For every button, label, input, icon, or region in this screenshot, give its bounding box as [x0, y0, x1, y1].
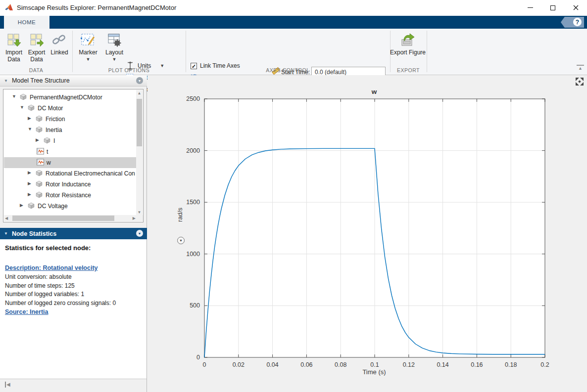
maximize-button[interactable]: [541, 0, 564, 15]
close-button[interactable]: [564, 0, 587, 15]
section-label-data: DATA: [0, 67, 72, 73]
scroll-right-icon[interactable]: ▶: [133, 216, 136, 220]
expander-collapsed-icon[interactable]: ▶: [28, 181, 31, 186]
main-area: ▼ Model Tree Structure ▼ ▼PermanentMagne…: [0, 75, 587, 392]
tree-item-inertia[interactable]: ▼Inertia: [4, 125, 136, 135]
expander-collapsed-icon[interactable]: ▶: [20, 203, 23, 208]
description-link[interactable]: Description: Rotational velocity: [5, 264, 142, 271]
ribbon-tabstrip: HOME ?: [0, 16, 587, 29]
scroll-down-icon[interactable]: ▼: [136, 210, 143, 215]
collapse-ribbon-button[interactable]: ▲: [577, 65, 584, 71]
tree-item-rotational-electromechanical-con[interactable]: ▶Rotational Electromechanical Con: [4, 168, 136, 179]
collapse-triangle-icon[interactable]: ▼: [4, 79, 8, 83]
tree-item-label: DC Motor: [38, 105, 63, 112]
tree-item-rotor-resistance[interactable]: ▶Rotor Resistance: [4, 190, 136, 201]
expand-figure-icon[interactable]: [575, 77, 584, 86]
close-icon: [573, 5, 579, 10]
expander-collapsed-icon[interactable]: ▶: [36, 137, 39, 142]
linked-button[interactable]: Linked: [49, 33, 70, 56]
tree-item-label: Friction: [46, 116, 65, 123]
layout-button[interactable]: Layout ▼: [102, 33, 127, 61]
scroll-left-icon[interactable]: ◀: [5, 216, 8, 220]
x-tick-label: 0.1: [370, 361, 379, 368]
tree-vscroll-thumb[interactable]: [137, 99, 142, 146]
block-icon: [36, 126, 43, 133]
marker-icon: [81, 33, 96, 47]
sidebar: ▼ Model Tree Structure ▼ ▼PermanentMagne…: [0, 75, 147, 392]
expander-expanded-icon[interactable]: ▼: [12, 94, 16, 99]
section-label-plot-options: PLOT OPTIONS: [72, 67, 186, 73]
expander-expanded-icon[interactable]: ▼: [28, 127, 32, 131]
tab-home[interactable]: HOME: [4, 16, 49, 29]
collapse-triangle-icon[interactable]: ▼: [4, 231, 8, 236]
tree-item-label: t: [47, 148, 48, 155]
import-data-icon: [6, 33, 21, 47]
x-tick-label: 0.02: [233, 361, 245, 368]
tree-item-permanentmagnetdcmotor[interactable]: ▼PermanentMagnetDCMotor: [4, 92, 136, 103]
tree-item-label: w: [47, 159, 51, 166]
node-statistics-panel-header[interactable]: ▼ Node Statistics ▼: [0, 228, 147, 239]
stats-line: Number of time steps: 125: [5, 282, 142, 290]
tree-item-dc-motor[interactable]: ▼DC Motor: [4, 103, 136, 114]
expander-collapsed-icon[interactable]: ▶: [28, 170, 31, 175]
collapse-sidebar-icon[interactable]: ◀: [5, 382, 10, 388]
block-icon: [36, 115, 43, 122]
y-tick-label: 0: [196, 354, 200, 361]
section-divider: [72, 31, 73, 72]
expander-expanded-icon[interactable]: ▼: [20, 105, 24, 110]
import-data-button[interactable]: Import Data: [3, 33, 25, 63]
tree-vertical-scrollbar[interactable]: ▲ ▼: [136, 90, 143, 216]
node-statistics-content: Statistics for selected node: Descriptio…: [0, 239, 147, 379]
y-units-dropdown[interactable]: ▼: [177, 237, 185, 244]
minimize-button[interactable]: [519, 0, 541, 15]
chevron-down-icon: ▼: [112, 57, 117, 61]
marker-button[interactable]: Marker ▼: [75, 33, 101, 61]
matlab-logo-icon: [4, 3, 13, 12]
tree-item-w[interactable]: w: [4, 157, 136, 168]
panel-menu-icon[interactable]: ▼: [136, 77, 143, 84]
tree-item-dc-voltage[interactable]: ▶DC Voltage: [4, 201, 136, 212]
x-tick-label: 0: [203, 361, 206, 368]
tree-item-rotor-inductance[interactable]: ▶Rotor Inductance: [4, 179, 136, 190]
tree-item-i[interactable]: ▶I: [4, 135, 136, 146]
minimize-icon: [528, 7, 533, 8]
x-tick-label: 0.16: [471, 361, 483, 368]
block-icon: [20, 93, 27, 100]
node-statistics-panel-title: Node Statistics: [12, 230, 56, 237]
model-tree-panel-title: Model Tree Structure: [12, 77, 70, 84]
x-tick-label: 0.2: [540, 361, 549, 368]
export-figure-button[interactable]: Export Figure: [389, 33, 427, 56]
block-icon: [44, 137, 51, 144]
plot-canvas[interactable]: 00.020.040.060.080.10.120.140.160.180.20…: [147, 75, 587, 392]
title-bar: Simscape Results Explorer: PermanentMagn…: [0, 0, 587, 16]
expander-collapsed-icon[interactable]: ▶: [28, 192, 31, 197]
block-icon: [28, 104, 35, 111]
block-icon: [28, 202, 35, 209]
stats-line: Number of logged variables: 1: [5, 291, 142, 298]
export-data-button[interactable]: Export Data: [26, 33, 48, 63]
export-figure-icon: [400, 33, 416, 47]
x-tick-label: 0.04: [266, 361, 278, 368]
ribbon-toolbar: Import Data Export Data Linked DATA: [0, 29, 587, 75]
x-tick-label: 0.18: [505, 361, 517, 368]
block-icon: [36, 170, 43, 176]
signal-icon: [37, 148, 44, 155]
tree-item-t[interactable]: t: [4, 146, 136, 157]
model-tree-panel-header[interactable]: ▼ Model Tree Structure ▼: [0, 75, 147, 87]
section-label-axes-control: AXES CONTROL: [186, 67, 390, 73]
tree-item-label: DC Voltage: [38, 203, 68, 210]
tree-hscroll-thumb[interactable]: [12, 216, 114, 221]
scroll-up-icon[interactable]: ▲: [136, 91, 143, 95]
panel-menu-icon[interactable]: ▼: [136, 230, 143, 237]
y-tick-label: 1500: [186, 199, 200, 206]
sidebar-bottom-strip: ◀: [0, 379, 147, 392]
tree-item-friction[interactable]: ▶Friction: [4, 114, 136, 125]
app-window: Simscape Results Explorer: PermanentMagn…: [0, 0, 587, 392]
stats-line: Unit conversion: absolute: [5, 273, 142, 281]
help-icon[interactable]: ?: [573, 18, 582, 26]
tree-item-label: Rotational Electromechanical Con: [46, 170, 135, 177]
tree-horizontal-scrollbar[interactable]: ◀ ▶: [4, 215, 143, 221]
source-link[interactable]: Source: Inertia: [5, 308, 142, 315]
expander-collapsed-icon[interactable]: ▶: [28, 116, 31, 121]
stats-line: Number of logged zero crossing signals: …: [5, 300, 142, 307]
